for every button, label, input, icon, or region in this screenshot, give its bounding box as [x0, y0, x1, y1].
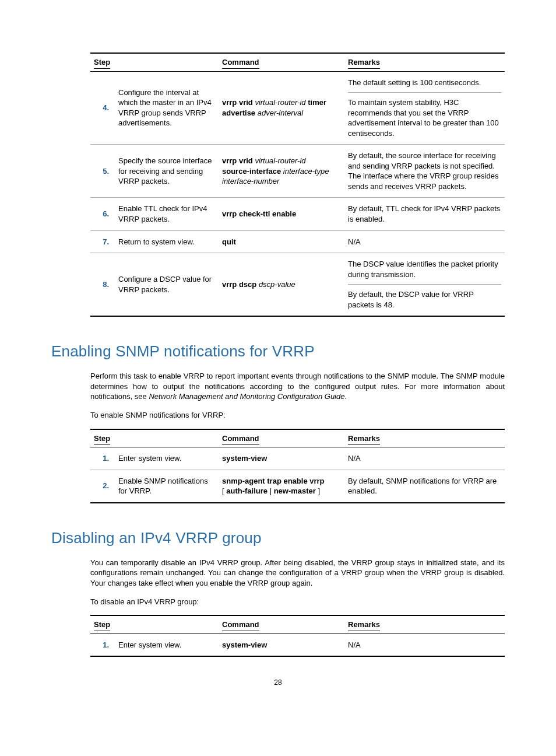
step-desc: Enter system view. [115, 634, 219, 656]
table-row: 1. Enter system view. system-view N/A [90, 447, 505, 470]
th-step: Step [90, 615, 219, 634]
step-command: vrrp vrid virtual-router-id source-inter… [219, 145, 344, 198]
step-number: 1. [90, 447, 115, 470]
step-desc: Configure the interval at which the mast… [115, 71, 219, 145]
step-remarks: The DSCP value identifies the packet pri… [344, 253, 505, 317]
table-row: 4. Configure the interval at which the m… [90, 71, 505, 145]
table-row: 1. Enter system view. system-view N/A [90, 634, 505, 656]
step-desc: Enable SNMP notifications for VRRP. [115, 470, 219, 503]
table-row: 6. Enable TTL check for IPv4 VRRP packet… [90, 198, 505, 230]
step-desc: Specify the source interface for receivi… [115, 145, 219, 198]
step-remarks: By default, SNMP notifications for VRRP … [344, 470, 505, 503]
step-desc: Configure a DSCP value for VRRP packets. [115, 253, 219, 317]
step-command: system-view [219, 634, 344, 656]
table-row: 8. Configure a DSCP value for VRRP packe… [90, 253, 505, 317]
step-desc: Return to system view. [115, 230, 219, 253]
paragraph: To enable SNMP notifications for VRRP: [90, 410, 505, 421]
table-vrrp-packet-attrs-continued: Step Command Remarks 4. Configure the in… [90, 52, 505, 317]
paragraph: Perform this task to enable VRRP to repo… [90, 371, 505, 402]
th-remarks: Remarks [344, 53, 505, 71]
step-number: 7. [90, 230, 115, 253]
paragraph: You can temporarily disable an IPv4 VRRP… [90, 558, 505, 589]
step-command: vrrp vrid virtual-router-id timer advert… [219, 71, 344, 145]
th-step: Step [90, 429, 219, 447]
step-remarks: N/A [344, 230, 505, 253]
step-number: 1. [90, 634, 115, 656]
paragraph: To disable an IPv4 VRRP group: [90, 597, 505, 607]
step-command: quit [219, 230, 344, 253]
step-number: 8. [90, 253, 115, 317]
table-row: 5. Specify the source interface for rece… [90, 145, 505, 198]
step-command: system-view [219, 447, 344, 470]
th-remarks: Remarks [344, 615, 505, 634]
th-command: Command [219, 429, 344, 447]
table-row: 2. Enable SNMP notifications for VRRP. s… [90, 470, 505, 503]
step-remarks: By default, the source interface for rec… [344, 145, 505, 198]
th-remarks: Remarks [344, 429, 505, 447]
th-step: Step [90, 53, 219, 71]
page-number: 28 [51, 678, 505, 687]
step-number: 2. [90, 470, 115, 503]
th-command: Command [219, 53, 344, 71]
table-row: 7. Return to system view. quit N/A [90, 230, 505, 253]
step-command: vrrp check-ttl enable [219, 198, 344, 230]
step-remarks: N/A [344, 447, 505, 470]
step-remarks: By default, TTL check for IPv4 VRRP pack… [344, 198, 505, 230]
table-disable-vrrp: Step Command Remarks 1. Enter system vie… [90, 615, 505, 657]
step-command: vrrp dscp dscp-value [219, 253, 344, 317]
step-number: 5. [90, 145, 115, 198]
step-remarks: The default setting is 100 centiseconds.… [344, 71, 505, 145]
th-command: Command [219, 615, 344, 634]
step-number: 4. [90, 71, 115, 145]
step-desc: Enter system view. [115, 447, 219, 470]
heading-disable-vrrp: Disabling an IPv4 VRRP group [51, 528, 505, 548]
step-number: 6. [90, 198, 115, 230]
step-remarks: N/A [344, 634, 505, 656]
step-desc: Enable TTL check for IPv4 VRRP packets. [115, 198, 219, 230]
heading-enable-snmp: Enabling SNMP notifications for VRRP [51, 341, 505, 362]
table-snmp-notifications: Step Command Remarks 1. Enter system vie… [90, 429, 505, 503]
step-command: snmp-agent trap enable vrrp [ auth-failu… [219, 470, 344, 503]
